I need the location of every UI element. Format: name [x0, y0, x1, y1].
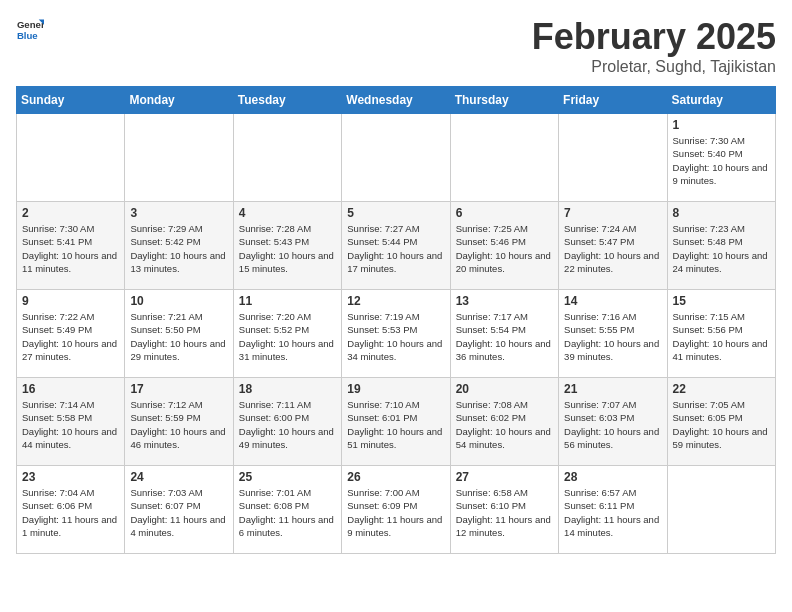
calendar-cell: 18Sunrise: 7:11 AMSunset: 6:00 PMDayligh… — [233, 378, 341, 466]
day-info: Sunrise: 7:22 AMSunset: 5:49 PMDaylight:… — [22, 310, 119, 363]
calendar-cell: 8Sunrise: 7:23 AMSunset: 5:48 PMDaylight… — [667, 202, 775, 290]
calendar-cell: 28Sunrise: 6:57 AMSunset: 6:11 PMDayligh… — [559, 466, 667, 554]
calendar-cell — [233, 114, 341, 202]
calendar-cell: 14Sunrise: 7:16 AMSunset: 5:55 PMDayligh… — [559, 290, 667, 378]
day-number: 25 — [239, 470, 336, 484]
weekday-header-friday: Friday — [559, 87, 667, 114]
calendar-cell: 11Sunrise: 7:20 AMSunset: 5:52 PMDayligh… — [233, 290, 341, 378]
weekday-header-tuesday: Tuesday — [233, 87, 341, 114]
page-header: General Blue February 2025 Proletar, Sug… — [16, 16, 776, 76]
day-number: 24 — [130, 470, 227, 484]
day-info: Sunrise: 6:58 AMSunset: 6:10 PMDaylight:… — [456, 486, 553, 539]
day-info: Sunrise: 7:30 AMSunset: 5:40 PMDaylight:… — [673, 134, 770, 187]
calendar-cell — [667, 466, 775, 554]
calendar-cell — [342, 114, 450, 202]
day-number: 5 — [347, 206, 444, 220]
day-info: Sunrise: 7:30 AMSunset: 5:41 PMDaylight:… — [22, 222, 119, 275]
day-info: Sunrise: 7:16 AMSunset: 5:55 PMDaylight:… — [564, 310, 661, 363]
day-number: 12 — [347, 294, 444, 308]
day-number: 6 — [456, 206, 553, 220]
day-number: 17 — [130, 382, 227, 396]
day-info: Sunrise: 7:04 AMSunset: 6:06 PMDaylight:… — [22, 486, 119, 539]
title-block: February 2025 Proletar, Sughd, Tajikista… — [532, 16, 776, 76]
day-info: Sunrise: 7:15 AMSunset: 5:56 PMDaylight:… — [673, 310, 770, 363]
day-number: 14 — [564, 294, 661, 308]
calendar-cell: 13Sunrise: 7:17 AMSunset: 5:54 PMDayligh… — [450, 290, 558, 378]
calendar-cell: 7Sunrise: 7:24 AMSunset: 5:47 PMDaylight… — [559, 202, 667, 290]
day-number: 13 — [456, 294, 553, 308]
calendar-week-1: 1Sunrise: 7:30 AMSunset: 5:40 PMDaylight… — [17, 114, 776, 202]
weekday-header-thursday: Thursday — [450, 87, 558, 114]
calendar-cell: 26Sunrise: 7:00 AMSunset: 6:09 PMDayligh… — [342, 466, 450, 554]
day-number: 16 — [22, 382, 119, 396]
calendar-cell: 4Sunrise: 7:28 AMSunset: 5:43 PMDaylight… — [233, 202, 341, 290]
calendar-week-5: 23Sunrise: 7:04 AMSunset: 6:06 PMDayligh… — [17, 466, 776, 554]
day-number: 4 — [239, 206, 336, 220]
day-number: 7 — [564, 206, 661, 220]
weekday-header-saturday: Saturday — [667, 87, 775, 114]
calendar-cell: 16Sunrise: 7:14 AMSunset: 5:58 PMDayligh… — [17, 378, 125, 466]
calendar-cell: 27Sunrise: 6:58 AMSunset: 6:10 PMDayligh… — [450, 466, 558, 554]
calendar-cell: 21Sunrise: 7:07 AMSunset: 6:03 PMDayligh… — [559, 378, 667, 466]
day-number: 18 — [239, 382, 336, 396]
weekday-header-sunday: Sunday — [17, 87, 125, 114]
day-info: Sunrise: 7:24 AMSunset: 5:47 PMDaylight:… — [564, 222, 661, 275]
calendar-cell: 3Sunrise: 7:29 AMSunset: 5:42 PMDaylight… — [125, 202, 233, 290]
day-info: Sunrise: 7:03 AMSunset: 6:07 PMDaylight:… — [130, 486, 227, 539]
day-info: Sunrise: 7:07 AMSunset: 6:03 PMDaylight:… — [564, 398, 661, 451]
calendar-week-2: 2Sunrise: 7:30 AMSunset: 5:41 PMDaylight… — [17, 202, 776, 290]
day-info: Sunrise: 7:20 AMSunset: 5:52 PMDaylight:… — [239, 310, 336, 363]
weekday-header-wednesday: Wednesday — [342, 87, 450, 114]
day-info: Sunrise: 7:05 AMSunset: 6:05 PMDaylight:… — [673, 398, 770, 451]
calendar-cell: 24Sunrise: 7:03 AMSunset: 6:07 PMDayligh… — [125, 466, 233, 554]
svg-text:General: General — [17, 19, 44, 30]
day-info: Sunrise: 7:14 AMSunset: 5:58 PMDaylight:… — [22, 398, 119, 451]
calendar-cell: 23Sunrise: 7:04 AMSunset: 6:06 PMDayligh… — [17, 466, 125, 554]
svg-text:Blue: Blue — [17, 30, 38, 41]
weekday-row: SundayMondayTuesdayWednesdayThursdayFrid… — [17, 87, 776, 114]
day-number: 10 — [130, 294, 227, 308]
day-number: 22 — [673, 382, 770, 396]
day-number: 8 — [673, 206, 770, 220]
calendar-cell: 10Sunrise: 7:21 AMSunset: 5:50 PMDayligh… — [125, 290, 233, 378]
calendar-table: SundayMondayTuesdayWednesdayThursdayFrid… — [16, 86, 776, 554]
day-info: Sunrise: 7:11 AMSunset: 6:00 PMDaylight:… — [239, 398, 336, 451]
calendar-cell: 1Sunrise: 7:30 AMSunset: 5:40 PMDaylight… — [667, 114, 775, 202]
day-number: 20 — [456, 382, 553, 396]
day-number: 3 — [130, 206, 227, 220]
calendar-header: SundayMondayTuesdayWednesdayThursdayFrid… — [17, 87, 776, 114]
logo-icon: General Blue — [16, 16, 44, 44]
calendar-cell — [559, 114, 667, 202]
calendar-cell: 15Sunrise: 7:15 AMSunset: 5:56 PMDayligh… — [667, 290, 775, 378]
calendar-cell: 9Sunrise: 7:22 AMSunset: 5:49 PMDaylight… — [17, 290, 125, 378]
day-info: Sunrise: 7:28 AMSunset: 5:43 PMDaylight:… — [239, 222, 336, 275]
day-number: 23 — [22, 470, 119, 484]
day-number: 19 — [347, 382, 444, 396]
calendar-week-3: 9Sunrise: 7:22 AMSunset: 5:49 PMDaylight… — [17, 290, 776, 378]
calendar-cell: 17Sunrise: 7:12 AMSunset: 5:59 PMDayligh… — [125, 378, 233, 466]
day-info: Sunrise: 7:08 AMSunset: 6:02 PMDaylight:… — [456, 398, 553, 451]
day-info: Sunrise: 7:19 AMSunset: 5:53 PMDaylight:… — [347, 310, 444, 363]
weekday-header-monday: Monday — [125, 87, 233, 114]
day-number: 21 — [564, 382, 661, 396]
calendar-cell: 12Sunrise: 7:19 AMSunset: 5:53 PMDayligh… — [342, 290, 450, 378]
day-number: 28 — [564, 470, 661, 484]
logo: General Blue — [16, 16, 44, 44]
day-info: Sunrise: 7:23 AMSunset: 5:48 PMDaylight:… — [673, 222, 770, 275]
day-number: 2 — [22, 206, 119, 220]
day-info: Sunrise: 7:17 AMSunset: 5:54 PMDaylight:… — [456, 310, 553, 363]
calendar-cell: 6Sunrise: 7:25 AMSunset: 5:46 PMDaylight… — [450, 202, 558, 290]
day-number: 1 — [673, 118, 770, 132]
day-info: Sunrise: 7:12 AMSunset: 5:59 PMDaylight:… — [130, 398, 227, 451]
calendar-cell — [450, 114, 558, 202]
day-number: 27 — [456, 470, 553, 484]
day-number: 11 — [239, 294, 336, 308]
day-info: Sunrise: 7:21 AMSunset: 5:50 PMDaylight:… — [130, 310, 227, 363]
calendar-week-4: 16Sunrise: 7:14 AMSunset: 5:58 PMDayligh… — [17, 378, 776, 466]
day-number: 15 — [673, 294, 770, 308]
day-number: 26 — [347, 470, 444, 484]
calendar-cell — [17, 114, 125, 202]
day-number: 9 — [22, 294, 119, 308]
day-info: Sunrise: 6:57 AMSunset: 6:11 PMDaylight:… — [564, 486, 661, 539]
calendar-title: February 2025 — [532, 16, 776, 58]
